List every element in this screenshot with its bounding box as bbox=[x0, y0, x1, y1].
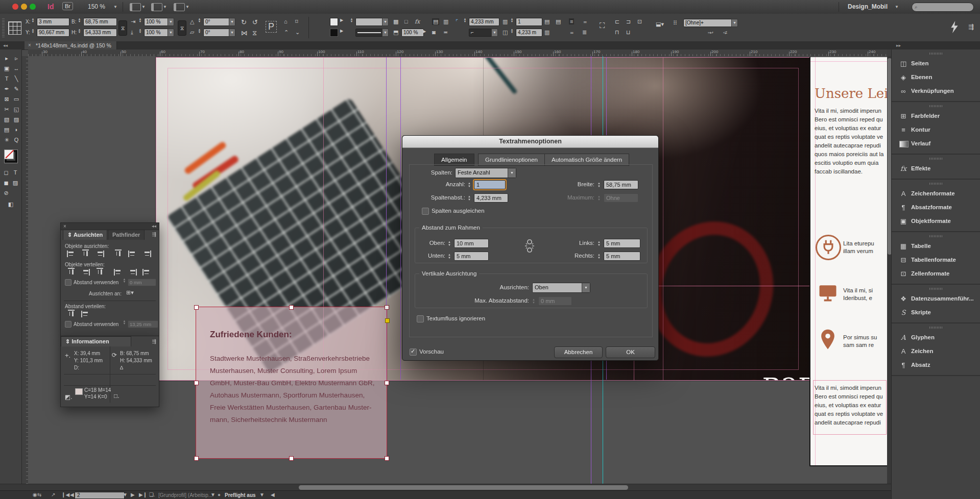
transparency-icon[interactable]: □ bbox=[404, 18, 408, 24]
preflight-profile[interactable]: [Grundprofil] (Arbeitsp... bbox=[158, 492, 212, 498]
object-style-arrow-icon[interactable]: ▼ bbox=[731, 19, 738, 27]
apply-color-icon[interactable]: ◼ bbox=[2, 178, 11, 187]
screen-mode-button[interactable]: ◧ bbox=[6, 199, 15, 209]
rechts-stepper[interactable]: ▲▼ bbox=[596, 252, 602, 262]
selection-handle[interactable] bbox=[289, 305, 294, 310]
gradient-swatch-tool-icon[interactable]: ▧ bbox=[2, 115, 11, 124]
frame-fitting-icon[interactable]: ⛶ bbox=[600, 21, 605, 30]
collapse-dock-icon[interactable]: ▸▸ bbox=[896, 43, 901, 48]
scale-y-stepper[interactable]: ▲▼ bbox=[138, 29, 142, 37]
scroll-left-icon[interactable]: ◀ bbox=[271, 492, 275, 497]
preflight-status[interactable]: Preflight aus bbox=[225, 492, 256, 498]
reference-point-proxy[interactable] bbox=[8, 21, 21, 35]
direct-selection-tool-icon[interactable]: ▹ bbox=[12, 54, 21, 63]
valign-justify-icon[interactable]: ≣ bbox=[582, 29, 587, 36]
select-previous-icon[interactable]: ⌃ bbox=[284, 29, 289, 36]
align-left-text-icon[interactable]: ▤ bbox=[544, 18, 549, 25]
rotation-arrow-icon[interactable]: ▼ bbox=[229, 18, 235, 26]
export-icon[interactable]: ↗ bbox=[51, 492, 55, 497]
horizontal-scrollbar[interactable] bbox=[0, 484, 891, 491]
dock-item-effekte[interactable]: fxEffekte bbox=[892, 162, 980, 176]
eyedropper-tool-icon[interactable]: ◗ bbox=[12, 125, 21, 134]
stroke-weight-arrow-icon[interactable]: ▼ bbox=[382, 18, 389, 26]
collapse-panel-icon[interactable]: ◂◂ bbox=[152, 223, 156, 230]
cancel-button[interactable]: Abbrechen bbox=[554, 346, 603, 358]
dock-group-grip[interactable] bbox=[929, 235, 943, 237]
columns-stepper[interactable]: ▲▼ bbox=[510, 18, 514, 26]
anzahl-field[interactable]: 1 bbox=[474, 180, 506, 189]
corner-options-icon[interactable]: ⌜ bbox=[456, 18, 458, 25]
dock-item-absatzformate[interactable]: ¶Absatzformate bbox=[892, 201, 980, 214]
line-tool-icon[interactable]: ╲ bbox=[12, 74, 21, 83]
width-stepper[interactable]: ▲▼ bbox=[77, 18, 82, 26]
height-stepper[interactable]: ▲▼ bbox=[77, 29, 82, 37]
distribute-vspace-icon[interactable] bbox=[68, 310, 75, 318]
dock-group-grip[interactable] bbox=[929, 105, 943, 107]
height-field[interactable]: 54,333 mm bbox=[83, 29, 117, 37]
dock-group-grip[interactable] bbox=[929, 183, 943, 185]
align-left-icon[interactable] bbox=[67, 251, 76, 257]
x-stepper[interactable]: ▲▼ bbox=[31, 18, 35, 26]
constrain-scale-icon[interactable]: ⧖ bbox=[178, 20, 186, 36]
columns-field[interactable]: 1 bbox=[516, 18, 542, 26]
minimize-window-button[interactable] bbox=[21, 4, 27, 10]
dock-item-glyphen[interactable]: AGlyphen bbox=[892, 331, 980, 344]
dock-item-absatz[interactable]: ¶Absatz bbox=[892, 358, 980, 372]
align-justify-icon[interactable]: ▥ bbox=[544, 29, 549, 36]
rotation-stepper[interactable]: ▲▼ bbox=[197, 18, 202, 26]
object-style-field[interactable]: [Ohne]+ bbox=[683, 19, 732, 27]
arrange-documents-arrow-icon[interactable]: ▼ bbox=[185, 5, 189, 9]
formatting-text-icon[interactable]: T bbox=[11, 168, 20, 177]
scale-y-field[interactable]: 100 % bbox=[144, 29, 169, 37]
scissors-tool-icon[interactable]: ✂ bbox=[2, 105, 11, 114]
fit-frame-icon[interactable]: ⊐ bbox=[626, 18, 631, 25]
textumfluss-checkbox[interactable] bbox=[417, 315, 424, 322]
previous-page-icon[interactable]: ◀ bbox=[70, 492, 74, 497]
constrain-proportions-icon[interactable]: ⧖ bbox=[118, 20, 127, 36]
align-panel-header[interactable]: × ◂◂ bbox=[61, 223, 159, 230]
valign-center-icon[interactable]: ＝ bbox=[582, 18, 588, 26]
next-page-icon[interactable]: ▶ bbox=[131, 492, 135, 497]
preview-mode-icon[interactable]: ◉⇆ bbox=[33, 492, 41, 497]
dock-item-datenzusammenfhr[interactable]: ❖Datenzusammenführ... bbox=[892, 292, 980, 306]
dock-group-grip[interactable] bbox=[929, 158, 943, 160]
bridge-button[interactable]: Br bbox=[62, 2, 73, 10]
pencil-tool-icon[interactable]: ✎ bbox=[12, 84, 21, 93]
screen-mode-arrow-icon[interactable]: ▼ bbox=[163, 5, 167, 9]
rectangle-tool-icon[interactable]: ▭ bbox=[12, 94, 21, 104]
preflight-arrow-icon[interactable]: ▼ bbox=[259, 492, 265, 497]
scale-x-arrow-icon[interactable]: ▼ bbox=[168, 18, 174, 26]
quick-apply-icon[interactable] bbox=[951, 21, 958, 33]
scale-y-arrow-icon[interactable]: ▼ bbox=[168, 29, 174, 37]
stroke-weight-stepper[interactable]: ▲▼ bbox=[349, 18, 354, 26]
fit-content-icon[interactable]: ⊏ bbox=[615, 18, 619, 25]
close-window-button[interactable] bbox=[12, 4, 18, 10]
ausrichten-dropdown[interactable]: Oben▼ bbox=[532, 283, 590, 293]
zoom-window-button[interactable] bbox=[30, 4, 36, 10]
fill-arrow-icon[interactable]: ▶ bbox=[340, 18, 343, 22]
spaltenabst-stepper[interactable]: ▲▼ bbox=[467, 193, 472, 204]
formatting-container-icon[interactable]: ◻ bbox=[2, 168, 11, 177]
page-tool-icon[interactable]: ▣ bbox=[2, 64, 11, 73]
dock-item-tabelle[interactable]: ▦Tabelle bbox=[892, 239, 980, 253]
valign-top-icon[interactable]: ≡ bbox=[569, 18, 574, 24]
stroke-swatch[interactable] bbox=[330, 29, 338, 37]
horizontal-ruler[interactable]: 3040506070809010011012013014015016017018… bbox=[28, 49, 887, 56]
dock-item-farbfelder[interactable]: ⊞Farbfelder bbox=[892, 109, 980, 123]
align-vcenter-icon[interactable] bbox=[128, 251, 137, 257]
corner-radius-field[interactable]: 4,233 mm bbox=[469, 18, 499, 26]
align-to-icon[interactable]: ⊞▾ bbox=[126, 289, 134, 296]
gutter-stepper[interactable]: ▲▼ bbox=[510, 29, 514, 37]
select-container-icon[interactable]: ⌂ bbox=[284, 18, 288, 24]
collapse-left-icon[interactable]: ◂◂ bbox=[3, 43, 8, 48]
gutter-field[interactable]: 4,233 m bbox=[516, 29, 542, 37]
y-field[interactable]: 90,667 mm bbox=[37, 29, 69, 37]
search-box[interactable]: ⌕ bbox=[912, 3, 974, 12]
oben-field[interactable]: 10 mm bbox=[454, 239, 489, 248]
valign-bottom-icon[interactable]: ＝ bbox=[569, 29, 575, 37]
view-options-arrow-icon[interactable]: ▼ bbox=[141, 5, 146, 9]
shear-arrow-icon[interactable]: ▼ bbox=[229, 29, 235, 37]
ok-button[interactable]: OK bbox=[606, 346, 655, 358]
select-content-icon[interactable]: ⌑ bbox=[295, 18, 298, 25]
x-field[interactable]: 3 mm bbox=[37, 18, 69, 26]
